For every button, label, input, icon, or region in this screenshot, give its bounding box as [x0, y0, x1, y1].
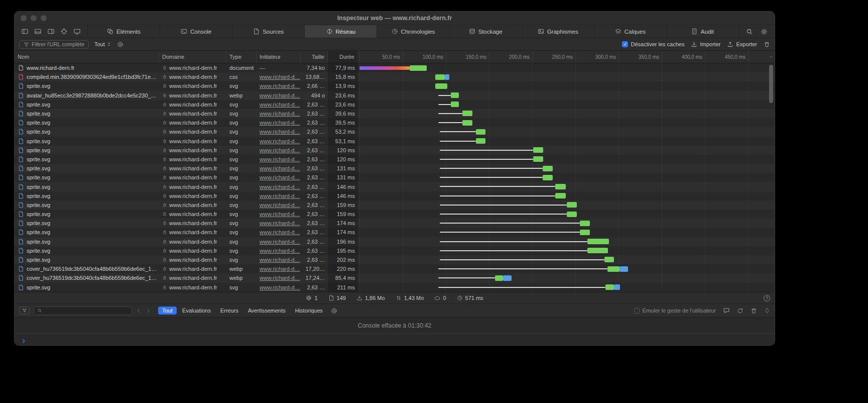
console-tab-evaluations[interactable]: Évaluations [178, 307, 215, 315]
table-row[interactable]: sprite.svgwww.richard-dern.frsvgwww.rich… [15, 81, 775, 90]
tab-stockage[interactable]: Stockage [449, 25, 522, 38]
table-row[interactable]: sprite.svgwww.richard-dern.frsvgwww.rich… [15, 100, 775, 109]
zoom-button[interactable] [41, 15, 47, 21]
initiator-link[interactable]: www.richard-d… [260, 266, 300, 272]
import-button[interactable]: Importer [691, 41, 720, 48]
clear-network-trash-icon[interactable] [764, 41, 770, 48]
tab-audit[interactable]: Audit [666, 25, 738, 38]
table-row[interactable]: sprite.svgwww.richard-dern.frsvgwww.rich… [15, 219, 775, 228]
initiator-link[interactable]: www.richard-d… [260, 102, 300, 108]
column-header-initiator[interactable]: Initiateur [257, 51, 301, 63]
initiator-link[interactable]: www.richard-d… [260, 257, 300, 263]
tab-elements[interactable]: Éléments [87, 25, 160, 38]
table-row[interactable]: sprite.svgwww.richard-dern.frsvgwww.rich… [15, 146, 775, 155]
table-row[interactable]: sprite.svgwww.richard-dern.frsvgwww.rich… [15, 191, 775, 200]
disable-caches-checkbox[interactable]: ✓ [622, 41, 628, 47]
table-row[interactable]: sprite.svgwww.richard-dern.frsvgwww.rich… [15, 173, 775, 182]
previous-result-button[interactable] [136, 308, 142, 314]
initiator-link[interactable]: www.richard-d… [260, 275, 300, 281]
initiator-link[interactable]: www.richard-d… [260, 193, 300, 199]
column-header-name[interactable]: Nom [15, 51, 159, 63]
console-filter-button[interactable] [19, 307, 30, 315]
table-row[interactable]: sprite.svgwww.richard-dern.frsvgwww.rich… [15, 137, 775, 146]
console-filter-options-icon[interactable] [331, 308, 337, 314]
device-settings-icon[interactable] [73, 28, 81, 35]
filter-options-icon[interactable] [117, 41, 123, 48]
table-row[interactable]: compiled.min.38390909f303624ed9e1cf1bd3f… [15, 72, 775, 81]
table-row[interactable]: sprite.svgwww.richard-dern.frsvgwww.rich… [15, 118, 775, 127]
help-button[interactable]: ? [764, 295, 770, 301]
dock-bottom-icon[interactable] [34, 28, 42, 35]
initiator-link[interactable]: www.richard-d… [260, 147, 300, 153]
console-search-input[interactable] [34, 307, 132, 315]
console-tab-historiques[interactable]: Historiques [291, 307, 327, 315]
resource-type-dropdown[interactable]: Tout [94, 41, 111, 47]
table-row[interactable]: sprite.svgwww.richard-dern.frsvgwww.rich… [15, 200, 775, 210]
initiator-link[interactable]: www.richard-d… [260, 165, 300, 171]
initiator-link[interactable]: www.richard-d… [260, 202, 300, 208]
table-row[interactable]: sprite.svgwww.richard-dern.frsvgwww.rich… [15, 283, 775, 292]
table-row[interactable]: sprite.svgwww.richard-dern.frsvgwww.rich… [15, 210, 775, 219]
table-row[interactable]: sprite.svgwww.richard-dern.frsvgwww.rich… [15, 228, 775, 237]
minimize-button[interactable] [31, 15, 37, 21]
inspect-element-icon[interactable] [60, 28, 68, 35]
initiator-link[interactable]: www.richard-d… [260, 129, 300, 135]
column-header-domain[interactable]: Domaine [159, 51, 226, 63]
close-button[interactable] [21, 15, 27, 21]
dock-left-icon[interactable] [21, 28, 29, 35]
column-header-duration[interactable]: Durée [328, 51, 358, 63]
initiator-link[interactable]: www.richard-d… [260, 111, 300, 117]
gear-icon[interactable] [761, 28, 768, 35]
dock-right-icon[interactable] [47, 28, 55, 35]
initiator-link[interactable]: www.richard-d… [260, 83, 300, 89]
expand-console-icon[interactable] [764, 308, 770, 314]
table-row[interactable]: avatar_hu85ecc3e298728880b0bde2dcc4e5c23… [15, 91, 775, 100]
initiator-link[interactable]: www.richard-d… [260, 138, 300, 144]
initiator-link[interactable]: www.richard-d… [260, 248, 300, 254]
initiator-link[interactable]: www.richard-d… [260, 284, 300, 290]
column-header-size[interactable]: Taille [301, 51, 328, 63]
search-icon[interactable] [746, 28, 753, 35]
table-row[interactable]: sprite.svgwww.richard-dern.frsvgwww.rich… [15, 246, 775, 255]
table-row[interactable]: cover_hu736519dc3b5040cfa48b6b559b6de6ec… [15, 264, 775, 273]
initiator-link[interactable]: www.richard-d… [260, 211, 300, 217]
initiator-link[interactable]: www.richard-d… [260, 92, 300, 98]
url-filter-input[interactable]: Filtrer l'URL complète [19, 40, 89, 49]
console-tab-tout[interactable]: Tout [158, 307, 177, 315]
table-row[interactable]: www.richard-dern.frwww.richard-dern.frdo… [15, 63, 775, 72]
console-drawer-icon[interactable] [723, 307, 730, 314]
initiator-link[interactable]: www.richard-d… [260, 229, 300, 235]
table-row[interactable]: sprite.svgwww.richard-dern.frsvgwww.rich… [15, 127, 775, 136]
tab-console[interactable]: Console [160, 25, 232, 38]
console-tab-erreurs[interactable]: Erreurs [216, 307, 242, 315]
preserve-log-icon[interactable] [737, 308, 743, 314]
emulate-user-gesture-toggle[interactable]: Émuler le geste de l'utilisateur [634, 308, 716, 314]
tab-chronologies[interactable]: Chronologies [377, 25, 449, 38]
table-row[interactable]: cover_hu736519dc3b5040cfa48b6b559b6de6ec… [15, 273, 775, 282]
initiator-link[interactable]: www.richard-d… [260, 220, 300, 226]
table-row[interactable]: sprite.svgwww.richard-dern.frsvgwww.rich… [15, 155, 775, 164]
disable-caches-toggle[interactable]: ✓ Désactiver les caches [622, 41, 684, 47]
clear-console-trash-icon[interactable] [751, 308, 757, 314]
tab-sources[interactable]: Sources [232, 25, 304, 38]
next-result-button[interactable] [146, 308, 151, 314]
tab-calques[interactable]: Calques [594, 25, 666, 38]
table-row[interactable]: sprite.svgwww.richard-dern.frsvgwww.rich… [15, 164, 775, 173]
tab-graphismes[interactable]: Graphismes [522, 25, 594, 38]
initiator-link[interactable]: www.richard-d… [260, 156, 300, 162]
console-prompt[interactable] [15, 334, 775, 346]
table-row[interactable]: sprite.svgwww.richard-dern.frsvgwww.rich… [15, 255, 775, 264]
table-row[interactable]: sprite.svgwww.richard-dern.frsvgwww.rich… [15, 237, 775, 246]
table-row[interactable]: sprite.svgwww.richard-dern.frsvgwww.rich… [15, 182, 775, 191]
initiator-link[interactable]: www.richard-d… [260, 174, 300, 180]
emulate-user-gesture-checkbox[interactable] [634, 308, 640, 314]
console-tab-avertissements[interactable]: Avertissements [244, 307, 290, 315]
table-row[interactable]: sprite.svgwww.richard-dern.frsvgwww.rich… [15, 109, 775, 118]
export-button[interactable]: Exporter [727, 41, 757, 48]
initiator-link[interactable]: www.richard-d… [260, 74, 300, 80]
vertical-scrollbar[interactable] [769, 65, 773, 103]
initiator-link[interactable]: www.richard-d… [260, 120, 300, 126]
tab-reseau[interactable]: Réseau [304, 25, 377, 38]
initiator-link[interactable]: www.richard-d… [260, 184, 300, 190]
column-header-type[interactable]: Type [226, 51, 257, 63]
